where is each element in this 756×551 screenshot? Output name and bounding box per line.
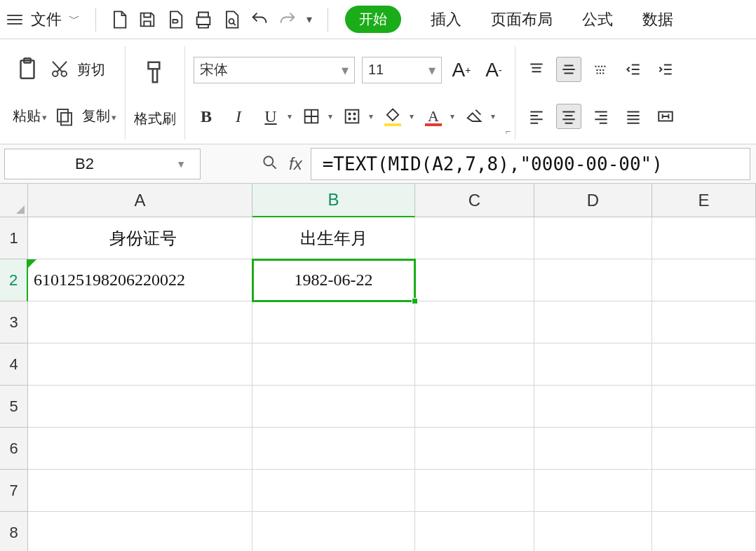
borders-button[interactable] [299, 104, 324, 129]
row-header-1[interactable]: 1 [0, 217, 28, 259]
copy-icon[interactable] [54, 102, 75, 131]
cell-B3[interactable] [252, 301, 415, 343]
print-preview-icon[interactable] [220, 8, 243, 32]
fill-handle[interactable] [412, 298, 418, 304]
underline-button[interactable]: U [258, 104, 283, 129]
font-increase-button[interactable]: A+ [449, 57, 474, 83]
row-header-2[interactable]: 2 [0, 259, 28, 301]
dialog-launcher-icon[interactable]: ⌐ [505, 126, 511, 137]
cell-A1[interactable]: 身份证号 [28, 217, 252, 259]
cut-icon[interactable] [49, 55, 70, 84]
format-painter-label[interactable]: 格式刷 [134, 109, 176, 128]
cell-A3[interactable] [28, 301, 252, 343]
row-header-5[interactable]: 5 [0, 386, 28, 428]
fill-pattern-button[interactable] [339, 104, 365, 129]
cell-B7[interactable] [252, 470, 415, 512]
name-box[interactable]: B2 ▼ [4, 149, 201, 179]
cell-D5[interactable] [534, 386, 652, 428]
cell-B5[interactable] [252, 386, 415, 428]
fx-icon[interactable]: fx [289, 154, 302, 174]
row-header-7[interactable]: 7 [0, 470, 28, 512]
cell-A7[interactable] [28, 470, 252, 512]
cell-B6[interactable] [252, 428, 415, 470]
row-header-4[interactable]: 4 [0, 343, 28, 386]
cell-B1[interactable]: 出生年月 [252, 217, 415, 259]
cut-label[interactable]: 剪切 [77, 60, 105, 79]
cell-B2[interactable]: 1982-06-22 [252, 259, 415, 301]
cell-D4[interactable] [534, 343, 652, 386]
align-right-button[interactable] [588, 104, 614, 129]
cell-D3[interactable] [534, 301, 652, 343]
chevron-down-icon[interactable]: ▾ [491, 111, 495, 121]
fill-color-button[interactable] [380, 104, 405, 129]
cell-A4[interactable] [28, 343, 252, 386]
paste-icon[interactable] [13, 55, 42, 84]
cell-E7[interactable] [652, 470, 756, 512]
cell-D2[interactable] [534, 259, 652, 301]
bold-button[interactable]: B [194, 104, 219, 129]
justify-button[interactable] [621, 104, 646, 129]
cell-E4[interactable] [652, 343, 756, 386]
cell-E3[interactable] [652, 301, 756, 343]
file-menu[interactable]: 文件 [31, 9, 62, 30]
cell-C7[interactable] [415, 470, 534, 512]
font-name-select[interactable]: 宋体 ▾ [194, 57, 355, 83]
chevron-down-icon[interactable]: ▾ [410, 111, 414, 121]
copy-label[interactable]: 复制▾ [82, 107, 116, 125]
search-icon[interactable] [261, 154, 279, 174]
select-all-corner[interactable] [0, 184, 28, 217]
qat-more-icon[interactable]: ▾ [306, 13, 312, 26]
align-bottom-button[interactable] [588, 57, 614, 82]
chevron-down-icon[interactable]: ▾ [369, 111, 373, 121]
cell-A2[interactable]: 610125198206220022 [28, 259, 252, 301]
cell-B4[interactable] [252, 343, 415, 386]
cell-C2[interactable] [415, 259, 534, 301]
decrease-indent-button[interactable] [621, 57, 646, 82]
tab-data[interactable]: 数据 [642, 9, 673, 30]
tab-formulas[interactable]: 公式 [582, 9, 613, 30]
col-header-E[interactable]: E [652, 184, 756, 217]
cell-C8[interactable] [415, 512, 534, 551]
tab-start[interactable]: 开始 [345, 6, 401, 33]
align-left-button[interactable] [524, 104, 549, 129]
clear-format-button[interactable] [461, 104, 487, 129]
cell-A8[interactable] [28, 512, 252, 551]
align-top-button[interactable] [524, 57, 549, 82]
cell-C1[interactable] [415, 217, 534, 259]
col-header-D[interactable]: D [534, 184, 652, 217]
row-header-3[interactable]: 3 [0, 301, 28, 343]
align-center-button[interactable] [556, 104, 581, 129]
row-header-8[interactable]: 8 [0, 512, 28, 551]
chevron-down-icon[interactable]: ▾ [288, 111, 292, 121]
cell-A5[interactable] [28, 386, 252, 428]
undo-icon[interactable] [248, 8, 271, 32]
export-pdf-icon[interactable] [163, 8, 187, 32]
new-file-icon[interactable] [107, 8, 131, 32]
cell-B8[interactable] [252, 512, 415, 551]
cell-C3[interactable] [415, 301, 534, 343]
cell-E8[interactable] [652, 512, 756, 551]
font-size-select[interactable]: 11 ▾ [362, 57, 442, 83]
col-header-B[interactable]: B [252, 184, 415, 217]
font-decrease-button[interactable]: A- [481, 57, 506, 83]
cell-D1[interactable] [534, 217, 652, 259]
increase-indent-button[interactable] [653, 57, 678, 82]
font-color-button[interactable]: A [421, 104, 446, 129]
row-header-6[interactable]: 6 [0, 428, 28, 470]
italic-button[interactable]: I [226, 104, 251, 129]
merge-cells-button[interactable] [653, 104, 678, 129]
tab-insert[interactable]: 插入 [431, 9, 461, 30]
print-icon[interactable] [191, 8, 215, 32]
cell-E2[interactable] [652, 259, 756, 301]
cell-E5[interactable] [652, 386, 756, 428]
cell-D7[interactable] [534, 470, 652, 512]
align-middle-button[interactable] [556, 57, 581, 82]
cell-C5[interactable] [415, 386, 534, 428]
cell-C6[interactable] [415, 428, 534, 470]
menu-icon[interactable] [6, 11, 24, 29]
col-header-C[interactable]: C [415, 184, 534, 217]
chevron-down-icon[interactable]: ▾ [328, 111, 332, 121]
cell-C4[interactable] [415, 343, 534, 386]
col-header-A[interactable]: A [28, 184, 252, 217]
tab-page-layout[interactable]: 页面布局 [491, 9, 553, 30]
